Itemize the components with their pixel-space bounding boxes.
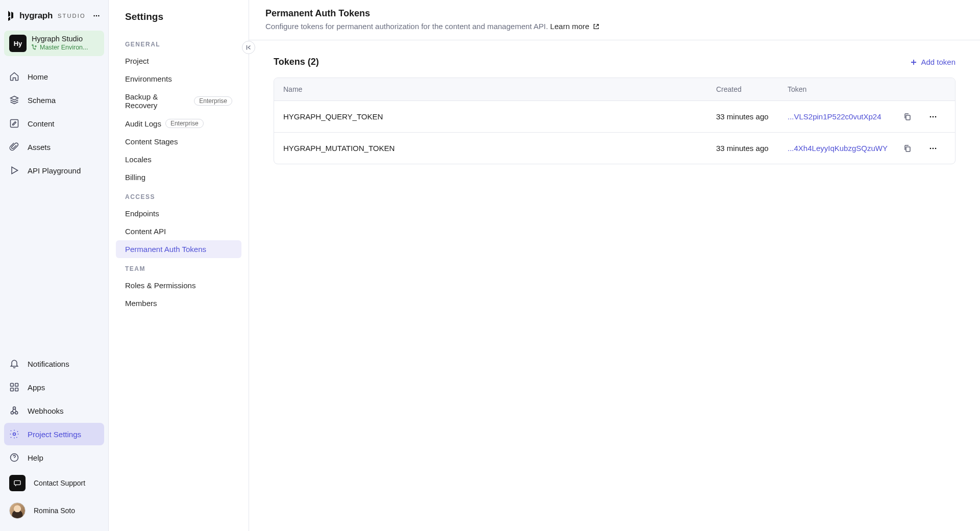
token-created: 33 minutes ago — [716, 112, 788, 121]
collapse-sidebar-button[interactable] — [242, 41, 255, 54]
gear-icon — [9, 429, 19, 439]
branch-icon — [32, 44, 38, 50]
nav-api-playground[interactable]: API Playground — [4, 159, 104, 182]
nav-label: Schema — [28, 96, 56, 105]
svg-point-19 — [930, 147, 932, 149]
learn-more-link[interactable]: Learn more — [550, 22, 600, 31]
home-icon — [9, 71, 19, 82]
row-actions-button[interactable] — [920, 113, 946, 121]
project-info: Hygraph Studio Master Environ... — [32, 35, 88, 51]
paperclip-icon — [9, 142, 19, 152]
settings-group-label: GENERAL — [116, 34, 241, 52]
layers-icon — [9, 95, 19, 105]
add-token-button[interactable]: Add token — [910, 58, 955, 66]
svg-rect-3 — [11, 120, 18, 128]
nav-apps[interactable]: Apps — [4, 376, 104, 398]
user-name: Romina Soto — [34, 507, 75, 515]
settings-environments[interactable]: Environments — [116, 70, 241, 88]
more-horizontal-icon — [929, 113, 937, 121]
logo-studio: STUDIO — [58, 13, 86, 19]
svg-rect-14 — [906, 115, 910, 120]
nav-schema[interactable]: Schema — [4, 89, 104, 111]
row-actions-button[interactable] — [920, 144, 946, 153]
enterprise-badge: Enterprise — [194, 96, 232, 106]
nav-label: API Playground — [28, 166, 81, 175]
external-link-icon — [593, 23, 600, 30]
svg-point-9 — [15, 412, 18, 414]
logo-word: hygraph — [19, 11, 53, 21]
copy-icon — [903, 144, 912, 153]
main-content: Permanent Auth Tokens Configure tokens f… — [249, 0, 980, 531]
svg-rect-4 — [11, 384, 14, 387]
settings-locales[interactable]: Locales — [116, 150, 241, 168]
grid-icon — [9, 382, 19, 392]
table-row[interactable]: HYGRAPH_MUTATION_TOKEN 33 minutes ago ..… — [274, 133, 955, 164]
hygraph-logo-icon — [6, 10, 15, 21]
nav-label: Content — [28, 119, 55, 128]
settings-billing[interactable]: Billing — [116, 168, 241, 186]
settings-group-team: TEAM Roles & Permissions Members — [116, 258, 241, 312]
settings-members[interactable]: Members — [116, 294, 241, 312]
settings-content-stages[interactable]: Content Stages — [116, 133, 241, 150]
nav-webhooks[interactable]: Webhooks — [4, 399, 104, 422]
contact-support[interactable]: Contact Support — [4, 470, 104, 496]
bell-icon — [9, 359, 19, 369]
more-horizontal-icon — [929, 144, 937, 153]
svg-rect-7 — [15, 388, 18, 391]
nav-content[interactable]: Content — [4, 112, 104, 135]
settings-endpoints[interactable]: Endpoints — [116, 205, 241, 222]
project-switcher[interactable]: Hy Hygraph Studio Master Environ... — [4, 31, 104, 56]
settings-audit-logs[interactable]: Audit Logs Enterprise — [116, 114, 241, 133]
help-icon — [9, 452, 19, 463]
svg-point-1 — [96, 15, 97, 16]
svg-point-0 — [93, 15, 94, 16]
token-name: HYGRAPH_QUERY_TOKEN — [283, 112, 716, 121]
copy-token-button[interactable] — [895, 113, 920, 121]
project-avatar: Hy — [9, 35, 27, 52]
settings-project[interactable]: Project — [116, 52, 241, 70]
svg-point-8 — [11, 412, 13, 414]
column-created: Created — [716, 85, 788, 93]
settings-roles-permissions[interactable]: Roles & Permissions — [116, 276, 241, 294]
nav-help[interactable]: Help — [4, 446, 104, 469]
svg-point-2 — [98, 15, 99, 16]
workspace-menu-button[interactable] — [91, 10, 102, 21]
nav-label: Apps — [28, 383, 45, 392]
table-row[interactable]: HYGRAPH_QUERY_TOKEN 33 minutes ago ...VL… — [274, 101, 955, 133]
token-name: HYGRAPH_MUTATION_TOKEN — [283, 144, 716, 153]
column-name: Name — [283, 85, 716, 93]
tokens-table: Name Created Token HYGRAPH_QUERY_TOKEN 3… — [274, 78, 955, 164]
settings-group-label: ACCESS — [116, 186, 241, 205]
nav-notifications[interactable]: Notifications — [4, 352, 104, 375]
settings-permanent-auth-tokens[interactable]: Permanent Auth Tokens — [116, 240, 241, 258]
svg-rect-13 — [14, 481, 20, 485]
settings-backup-recovery[interactable]: Backup & Recovery Enterprise — [116, 88, 241, 114]
nav-home[interactable]: Home — [4, 65, 104, 88]
primary-nav-top: Home Schema Content Assets API Playgroun… — [4, 65, 104, 182]
nav-label: Assets — [28, 143, 51, 151]
tokens-heading-row: Tokens (2) Add token — [274, 57, 955, 67]
copy-token-button[interactable] — [895, 144, 920, 153]
copy-icon — [903, 113, 912, 121]
settings-content-api[interactable]: Content API — [116, 222, 241, 240]
svg-point-17 — [935, 116, 937, 117]
settings-title: Settings — [116, 10, 241, 34]
nav-assets[interactable]: Assets — [4, 136, 104, 158]
svg-rect-18 — [906, 147, 910, 151]
tokens-table-header: Name Created Token — [274, 78, 955, 101]
edit-icon — [9, 118, 19, 129]
chat-icon — [9, 475, 26, 491]
svg-point-20 — [933, 147, 934, 149]
contact-support-label: Contact Support — [34, 479, 85, 487]
tokens-heading: Tokens (2) — [274, 57, 319, 67]
logo-row: hygraph STUDIO — [4, 7, 104, 29]
user-menu[interactable]: Romina Soto — [4, 497, 104, 524]
svg-rect-5 — [15, 384, 18, 387]
settings-sidebar: Settings GENERAL Project Environments Ba… — [109, 0, 249, 531]
main-body: Tokens (2) Add token Name Created Token … — [249, 40, 980, 181]
project-name: Hygraph Studio — [32, 35, 88, 43]
svg-point-15 — [930, 116, 932, 117]
nav-project-settings[interactable]: Project Settings — [4, 423, 104, 445]
svg-point-11 — [13, 433, 16, 436]
token-preview: ...4Xh4LeyyIqKubzgSQzuWY — [788, 144, 895, 153]
